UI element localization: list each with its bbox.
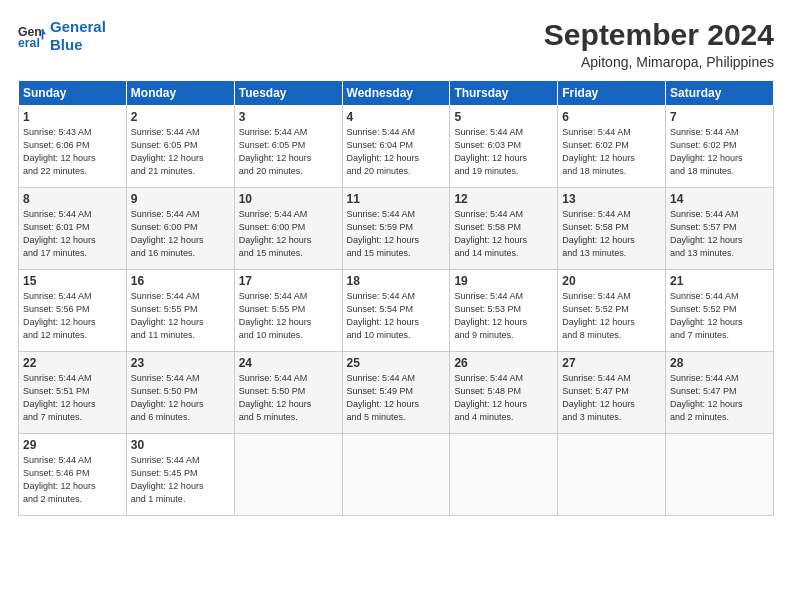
day-number: 2 [131,110,230,124]
calendar-cell: 18Sunrise: 5:44 AM Sunset: 5:54 PM Dayli… [342,270,450,352]
day-content: Sunrise: 5:44 AM Sunset: 5:57 PM Dayligh… [670,208,769,260]
calendar-cell [234,434,342,516]
day-number: 3 [239,110,338,124]
calendar-cell: 20Sunrise: 5:44 AM Sunset: 5:52 PM Dayli… [558,270,666,352]
day-content: Sunrise: 5:44 AM Sunset: 6:01 PM Dayligh… [23,208,122,260]
day-content: Sunrise: 5:44 AM Sunset: 6:05 PM Dayligh… [239,126,338,178]
calendar-cell: 5Sunrise: 5:44 AM Sunset: 6:03 PM Daylig… [450,106,558,188]
calendar-cell [666,434,774,516]
day-content: Sunrise: 5:44 AM Sunset: 5:52 PM Dayligh… [670,290,769,342]
day-content: Sunrise: 5:44 AM Sunset: 5:52 PM Dayligh… [562,290,661,342]
day-content: Sunrise: 5:44 AM Sunset: 5:58 PM Dayligh… [454,208,553,260]
logo-icon: Gen eral [18,22,46,50]
day-content: Sunrise: 5:44 AM Sunset: 5:58 PM Dayligh… [562,208,661,260]
day-content: Sunrise: 5:44 AM Sunset: 5:45 PM Dayligh… [131,454,230,506]
day-content: Sunrise: 5:43 AM Sunset: 6:06 PM Dayligh… [23,126,122,178]
day-number: 16 [131,274,230,288]
calendar-page: Gen eral GeneralBlue September 2024 Apit… [0,0,792,612]
day-number: 29 [23,438,122,452]
day-number: 23 [131,356,230,370]
calendar-cell: 21Sunrise: 5:44 AM Sunset: 5:52 PM Dayli… [666,270,774,352]
day-content: Sunrise: 5:44 AM Sunset: 5:46 PM Dayligh… [23,454,122,506]
day-content: Sunrise: 5:44 AM Sunset: 5:47 PM Dayligh… [670,372,769,424]
day-content: Sunrise: 5:44 AM Sunset: 5:51 PM Dayligh… [23,372,122,424]
day-content: Sunrise: 5:44 AM Sunset: 5:56 PM Dayligh… [23,290,122,342]
logo-text: GeneralBlue [50,18,106,54]
col-header-monday: Monday [126,81,234,106]
day-number: 11 [347,192,446,206]
calendar-cell [558,434,666,516]
day-content: Sunrise: 5:44 AM Sunset: 5:50 PM Dayligh… [131,372,230,424]
day-content: Sunrise: 5:44 AM Sunset: 5:47 PM Dayligh… [562,372,661,424]
calendar-table: SundayMondayTuesdayWednesdayThursdayFrid… [18,80,774,516]
calendar-cell: 29Sunrise: 5:44 AM Sunset: 5:46 PM Dayli… [19,434,127,516]
day-content: Sunrise: 5:44 AM Sunset: 6:00 PM Dayligh… [239,208,338,260]
day-content: Sunrise: 5:44 AM Sunset: 6:02 PM Dayligh… [670,126,769,178]
day-number: 4 [347,110,446,124]
day-content: Sunrise: 5:44 AM Sunset: 5:53 PM Dayligh… [454,290,553,342]
day-number: 18 [347,274,446,288]
day-content: Sunrise: 5:44 AM Sunset: 6:00 PM Dayligh… [131,208,230,260]
col-header-thursday: Thursday [450,81,558,106]
day-number: 1 [23,110,122,124]
calendar-cell: 19Sunrise: 5:44 AM Sunset: 5:53 PM Dayli… [450,270,558,352]
day-number: 21 [670,274,769,288]
calendar-cell: 4Sunrise: 5:44 AM Sunset: 6:04 PM Daylig… [342,106,450,188]
day-number: 24 [239,356,338,370]
calendar-cell: 8Sunrise: 5:44 AM Sunset: 6:01 PM Daylig… [19,188,127,270]
day-number: 25 [347,356,446,370]
calendar-cell: 22Sunrise: 5:44 AM Sunset: 5:51 PM Dayli… [19,352,127,434]
calendar-cell: 1Sunrise: 5:43 AM Sunset: 6:06 PM Daylig… [19,106,127,188]
calendar-cell: 11Sunrise: 5:44 AM Sunset: 5:59 PM Dayli… [342,188,450,270]
header: Gen eral GeneralBlue September 2024 Apit… [18,18,774,70]
day-number: 28 [670,356,769,370]
day-content: Sunrise: 5:44 AM Sunset: 5:50 PM Dayligh… [239,372,338,424]
calendar-cell [342,434,450,516]
day-number: 22 [23,356,122,370]
day-content: Sunrise: 5:44 AM Sunset: 5:59 PM Dayligh… [347,208,446,260]
logo: Gen eral GeneralBlue [18,18,106,54]
calendar-cell: 6Sunrise: 5:44 AM Sunset: 6:02 PM Daylig… [558,106,666,188]
col-header-tuesday: Tuesday [234,81,342,106]
day-number: 17 [239,274,338,288]
calendar-cell: 13Sunrise: 5:44 AM Sunset: 5:58 PM Dayli… [558,188,666,270]
day-content: Sunrise: 5:44 AM Sunset: 5:55 PM Dayligh… [131,290,230,342]
col-header-saturday: Saturday [666,81,774,106]
day-number: 30 [131,438,230,452]
calendar-cell: 7Sunrise: 5:44 AM Sunset: 6:02 PM Daylig… [666,106,774,188]
day-number: 12 [454,192,553,206]
calendar-cell: 2Sunrise: 5:44 AM Sunset: 6:05 PM Daylig… [126,106,234,188]
day-number: 19 [454,274,553,288]
col-header-friday: Friday [558,81,666,106]
calendar-week-row: 1Sunrise: 5:43 AM Sunset: 6:06 PM Daylig… [19,106,774,188]
day-number: 26 [454,356,553,370]
calendar-cell: 24Sunrise: 5:44 AM Sunset: 5:50 PM Dayli… [234,352,342,434]
day-number: 6 [562,110,661,124]
svg-text:eral: eral [18,36,40,50]
day-number: 15 [23,274,122,288]
day-number: 8 [23,192,122,206]
calendar-cell: 27Sunrise: 5:44 AM Sunset: 5:47 PM Dayli… [558,352,666,434]
calendar-week-row: 29Sunrise: 5:44 AM Sunset: 5:46 PM Dayli… [19,434,774,516]
day-number: 13 [562,192,661,206]
calendar-cell [450,434,558,516]
month-title: September 2024 [544,18,774,52]
day-content: Sunrise: 5:44 AM Sunset: 5:55 PM Dayligh… [239,290,338,342]
col-header-sunday: Sunday [19,81,127,106]
day-number: 14 [670,192,769,206]
day-number: 5 [454,110,553,124]
col-header-wednesday: Wednesday [342,81,450,106]
calendar-header-row: SundayMondayTuesdayWednesdayThursdayFrid… [19,81,774,106]
calendar-cell: 3Sunrise: 5:44 AM Sunset: 6:05 PM Daylig… [234,106,342,188]
day-number: 7 [670,110,769,124]
calendar-cell: 12Sunrise: 5:44 AM Sunset: 5:58 PM Dayli… [450,188,558,270]
day-number: 10 [239,192,338,206]
day-number: 9 [131,192,230,206]
day-content: Sunrise: 5:44 AM Sunset: 6:02 PM Dayligh… [562,126,661,178]
day-number: 27 [562,356,661,370]
day-number: 20 [562,274,661,288]
calendar-cell: 25Sunrise: 5:44 AM Sunset: 5:49 PM Dayli… [342,352,450,434]
day-content: Sunrise: 5:44 AM Sunset: 6:03 PM Dayligh… [454,126,553,178]
calendar-cell: 10Sunrise: 5:44 AM Sunset: 6:00 PM Dayli… [234,188,342,270]
calendar-week-row: 15Sunrise: 5:44 AM Sunset: 5:56 PM Dayli… [19,270,774,352]
